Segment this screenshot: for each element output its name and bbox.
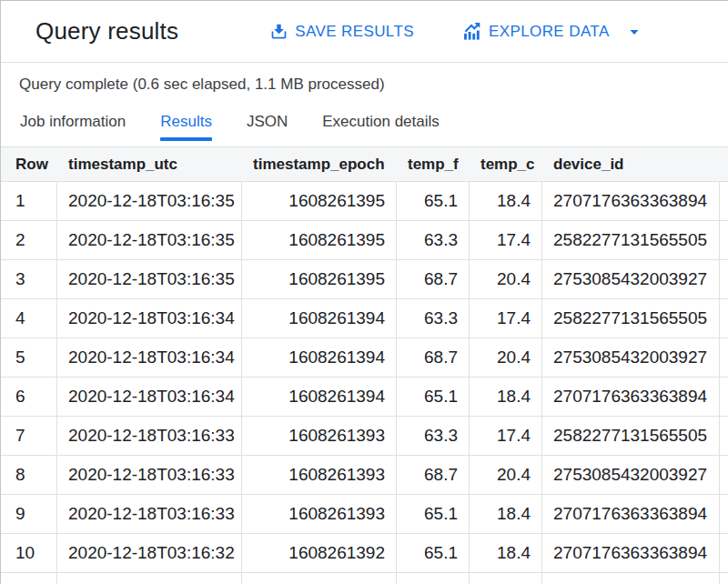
download-icon <box>269 22 288 41</box>
row-spacer <box>720 260 728 298</box>
cell-timestamp_utc: 2020-12-18T03:16:34 <box>57 299 242 337</box>
save-results-button[interactable]: SAVE RESULTS <box>269 22 414 41</box>
cell-temp_f: 68.7 <box>397 260 470 298</box>
cell-device_id: 2753085432003927 <box>542 338 720 377</box>
cell-timestamp_utc: 2020-12-18T03:16:34 <box>57 378 242 416</box>
cell-device_id: 2753085432003927 <box>542 260 720 298</box>
row-spacer <box>720 221 728 259</box>
cell-device_id: 2707176363363894 <box>542 378 720 416</box>
cell-temp_f: 65.1 <box>397 495 470 533</box>
cell-timestamp_epoch: 1608261395 <box>242 260 397 298</box>
cell-timestamp_utc: 2020-12-18T03:16:33 <box>57 417 242 455</box>
tab-results[interactable]: Results <box>160 103 212 141</box>
cell-row: 10 <box>1 534 57 572</box>
cell-timestamp_epoch: 1608261393 <box>242 495 397 533</box>
cell-temp_c: 17.4 <box>470 221 542 259</box>
cell-timestamp_utc: 2020-12-18T03:16:34 <box>57 338 242 377</box>
table-row: 12020-12-18T03:16:35160826139565.118.427… <box>1 182 728 221</box>
cell-temp_c: 20.4 <box>470 456 542 494</box>
results-tab-bar: Job informationResultsJSONExecution deta… <box>1 103 728 141</box>
cell-temp_f: 65.1 <box>397 378 470 416</box>
cell-temp_f: 68.7 <box>397 338 470 377</box>
cell-row: 2 <box>1 221 57 259</box>
results-table: Rowtimestamp_utctimestamp_epochtemp_ftem… <box>1 146 728 584</box>
cell-timestamp_epoch: 1608261394 <box>242 299 397 337</box>
tab-json[interactable]: JSON <box>247 103 288 141</box>
table-row-partial <box>1 573 728 584</box>
column-header-timestamp_epoch: timestamp_epoch <box>242 147 397 181</box>
cell-temp_f: 65.1 <box>397 182 470 220</box>
column-header-timestamp_utc: timestamp_utc <box>57 147 242 181</box>
cell-temp_c: 17.4 <box>470 299 542 337</box>
cell-device_id: 2582277131565505 <box>542 417 720 455</box>
cell-device_id: 2707176363363894 <box>542 495 720 533</box>
cell-row: 4 <box>1 299 57 337</box>
tab-job-information[interactable]: Job information <box>20 103 126 141</box>
query-status-bar: Query complete (0.6 sec elapsed, 1.1 MB … <box>1 63 728 103</box>
row-spacer <box>720 534 728 572</box>
cell-timestamp_utc: 2020-12-18T03:16:35 <box>57 182 242 220</box>
table-row: 82020-12-18T03:16:33160826139368.720.427… <box>1 456 728 495</box>
table-row: 22020-12-18T03:16:35160826139563.317.425… <box>1 221 728 260</box>
cell-row: 7 <box>1 417 57 455</box>
cell-timestamp_epoch: 1608261394 <box>242 338 397 377</box>
table-row: 102020-12-18T03:16:32160826139265.118.42… <box>1 534 728 573</box>
table-row: 52020-12-18T03:16:34160826139468.720.427… <box>1 338 728 378</box>
cell-temp_c: 18.4 <box>470 182 542 220</box>
table-row: 62020-12-18T03:16:34160826139465.118.427… <box>1 378 728 417</box>
cell-temp_f: 65.1 <box>397 534 470 572</box>
cell-row: 1 <box>1 182 57 220</box>
explore-data-label: EXPLORE DATA <box>489 23 610 41</box>
table-header-row: Rowtimestamp_utctimestamp_epochtemp_ftem… <box>1 147 728 182</box>
cell-row: 8 <box>1 456 57 494</box>
cell-timestamp_epoch: 1608261394 <box>242 378 397 416</box>
row-spacer <box>720 456 728 494</box>
table-row: 72020-12-18T03:16:33160826139363.317.425… <box>1 417 728 456</box>
cell-temp_c <box>470 573 542 584</box>
cell-temp_f <box>397 573 470 584</box>
cell-device_id: 2707176363363894 <box>542 534 720 572</box>
row-spacer <box>720 338 728 377</box>
tab-execution-details[interactable]: Execution details <box>322 103 440 141</box>
cell-temp_c: 20.4 <box>470 338 542 377</box>
cell-device_id: 2582277131565505 <box>542 221 720 259</box>
query-results-header: Query results SAVE RESULTS EX <box>1 1 728 63</box>
cell-row: 5 <box>1 338 57 377</box>
row-spacer <box>720 495 728 533</box>
cell-device_id: 2582277131565505 <box>542 299 720 337</box>
cell-timestamp_utc: 2020-12-18T03:16:33 <box>57 456 242 494</box>
header-spacer <box>720 147 728 181</box>
column-header-temp_c: temp_c <box>470 147 542 181</box>
cell-row <box>1 573 57 584</box>
cell-timestamp_utc: 2020-12-18T03:16:35 <box>57 260 242 298</box>
cell-device_id: 2707176363363894 <box>542 182 720 220</box>
table-body: 12020-12-18T03:16:35160826139565.118.427… <box>1 182 728 584</box>
cell-timestamp_epoch: 1608261395 <box>242 221 397 259</box>
cell-temp_c: 18.4 <box>470 534 542 572</box>
cell-temp_c: 17.4 <box>470 417 542 455</box>
cell-row: 9 <box>1 495 57 533</box>
cell-temp_f: 63.3 <box>397 221 470 259</box>
table-row: 32020-12-18T03:16:35160826139568.720.427… <box>1 260 728 299</box>
cell-row: 6 <box>1 378 57 416</box>
row-spacer <box>720 573 728 584</box>
cell-timestamp_utc: 2020-12-18T03:16:35 <box>57 221 242 259</box>
column-header-temp_f: temp_f <box>397 147 470 181</box>
row-spacer <box>720 182 728 220</box>
cell-device_id: 2753085432003927 <box>542 456 720 494</box>
cell-row: 3 <box>1 260 57 298</box>
cell-timestamp_epoch: 1608261393 <box>242 417 397 455</box>
row-spacer <box>720 299 728 337</box>
cell-timestamp_epoch: 1608261392 <box>242 534 397 572</box>
cell-timestamp_utc: 2020-12-18T03:16:33 <box>57 495 242 533</box>
cell-timestamp_epoch: 1608261395 <box>242 182 397 220</box>
row-spacer <box>720 378 728 416</box>
cell-timestamp_epoch: 1608261393 <box>242 456 397 494</box>
save-results-label: SAVE RESULTS <box>295 23 414 41</box>
explore-data-button[interactable]: EXPLORE DATA <box>461 21 643 42</box>
cell-temp_c: 18.4 <box>470 378 542 416</box>
column-header-device_id: device_id <box>542 147 720 181</box>
column-header-row: Row <box>1 147 57 181</box>
cell-device_id <box>542 573 720 584</box>
cell-temp_f: 63.3 <box>397 299 470 337</box>
